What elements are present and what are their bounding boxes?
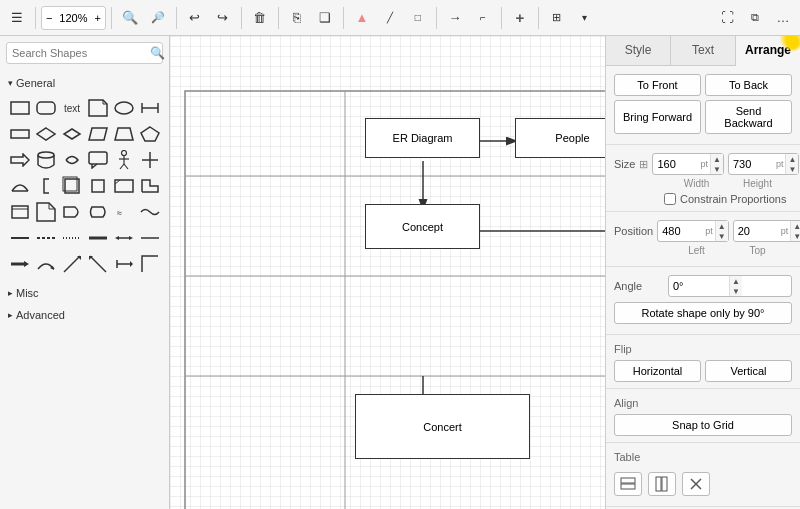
top-spinner[interactable]: ▲ ▼ bbox=[790, 221, 800, 241]
top-input-group[interactable]: pt ▲ ▼ bbox=[733, 220, 800, 242]
insert-btn[interactable]: + bbox=[507, 5, 533, 31]
height-spinner[interactable]: ▲ ▼ bbox=[785, 154, 798, 174]
redo-btn[interactable]: ↪ bbox=[210, 5, 236, 31]
delete-btn[interactable]: 🗑 bbox=[247, 5, 273, 31]
search-zoom-in-icon[interactable]: 🔍 bbox=[117, 5, 143, 31]
node-concert[interactable]: Concert bbox=[355, 394, 530, 459]
top-input[interactable] bbox=[734, 223, 779, 239]
sidebar-section-advanced-header[interactable]: ▸ Advanced bbox=[0, 306, 169, 324]
undo-btn[interactable]: ↩ bbox=[182, 5, 208, 31]
shape-half-ellipse[interactable] bbox=[8, 174, 32, 198]
shape-diagonal-arrow2[interactable] bbox=[86, 252, 110, 276]
shape-stickman[interactable] bbox=[112, 148, 136, 172]
angle-input[interactable] bbox=[669, 278, 729, 294]
shape-offpage[interactable]: ≈ bbox=[112, 200, 136, 224]
duplicate-btn[interactable]: ⎘ bbox=[284, 5, 310, 31]
tab-style[interactable]: Style bbox=[606, 36, 671, 65]
table-insert-col-btn[interactable] bbox=[648, 472, 676, 496]
flip-h-btn[interactable]: Horizontal bbox=[614, 360, 701, 382]
shape-bracket[interactable] bbox=[34, 174, 58, 198]
node-concept[interactable]: Concept bbox=[365, 204, 480, 249]
snap-grid-btn[interactable]: Snap to Grid bbox=[614, 414, 792, 436]
to-front-btn[interactable]: To Front bbox=[614, 74, 701, 96]
width-input-group[interactable]: pt ▲ ▼ bbox=[652, 153, 724, 175]
canvas-area[interactable]: ER Diagram People Concept Matter Procedu… bbox=[170, 36, 605, 509]
sidebar-section-misc-header[interactable]: ▸ Misc bbox=[0, 284, 169, 302]
shape-loop[interactable] bbox=[60, 148, 84, 172]
table-drop-btn[interactable]: ▾ bbox=[572, 5, 598, 31]
shape-diamond[interactable] bbox=[34, 122, 58, 146]
shape-trapezoid[interactable] bbox=[112, 122, 136, 146]
width-input[interactable] bbox=[653, 156, 698, 172]
shape-display[interactable] bbox=[86, 200, 110, 224]
shape-cross[interactable] bbox=[138, 148, 162, 172]
shape-no-arrow[interactable] bbox=[138, 226, 162, 250]
left-up-btn[interactable]: ▲ bbox=[716, 221, 728, 231]
shape-ellipse[interactable] bbox=[112, 96, 136, 120]
table-insert-row-btn[interactable] bbox=[614, 472, 642, 496]
top-down-btn[interactable]: ▼ bbox=[791, 231, 800, 241]
angle-spinner[interactable]: ▲ ▼ bbox=[729, 276, 742, 296]
copy-btn[interactable]: ❑ bbox=[312, 5, 338, 31]
shape-rect2[interactable] bbox=[60, 174, 84, 198]
table-btn[interactable]: ⊞ bbox=[544, 5, 570, 31]
shape-wave[interactable] bbox=[138, 200, 162, 224]
send-backward-btn[interactable]: Send Backward bbox=[705, 100, 792, 134]
shape-line[interactable] bbox=[8, 226, 32, 250]
tab-text[interactable]: Text bbox=[671, 36, 736, 65]
line-color-btn[interactable]: ╱ bbox=[377, 5, 403, 31]
zoom-control[interactable]: − 120% + bbox=[41, 6, 106, 30]
shape-unknown1[interactable] bbox=[138, 96, 162, 120]
shape-diagonal-arrow[interactable] bbox=[60, 252, 84, 276]
bring-forward-btn[interactable]: Bring Forward bbox=[614, 100, 701, 134]
shape-curved-arrow[interactable] bbox=[34, 252, 58, 276]
zoom-out-btn[interactable]: − bbox=[46, 12, 52, 24]
arrow-right-btn[interactable]: → bbox=[442, 5, 468, 31]
zoom-value[interactable]: 120% bbox=[54, 12, 92, 24]
shape-arrow-both[interactable] bbox=[112, 226, 136, 250]
search-box[interactable]: 🔍 bbox=[6, 42, 163, 64]
height-input-group[interactable]: pt ▲ ▼ bbox=[728, 153, 800, 175]
shape-dashed-line[interactable] bbox=[34, 226, 58, 250]
table-delete-btn[interactable] bbox=[682, 472, 710, 496]
shape-right-angle[interactable] bbox=[138, 252, 162, 276]
constrain-checkbox[interactable] bbox=[664, 193, 676, 205]
sidebar-section-general-header[interactable]: ▾ General bbox=[0, 74, 169, 92]
shadow-btn[interactable]: □ bbox=[405, 5, 431, 31]
shape-arrow-right[interactable] bbox=[8, 148, 32, 172]
shape-small-rect[interactable] bbox=[86, 174, 110, 198]
width-spinner[interactable]: ▲ ▼ bbox=[710, 154, 723, 174]
waypoint-btn[interactable]: ⌐ bbox=[470, 5, 496, 31]
to-back-btn[interactable]: To Back bbox=[705, 74, 792, 96]
top-up-btn[interactable]: ▲ bbox=[791, 221, 800, 231]
rotate-btn[interactable]: Rotate shape only by 90° bbox=[614, 302, 792, 324]
search-zoom-out-icon[interactable]: 🔎 bbox=[145, 5, 171, 31]
height-down-btn[interactable]: ▼ bbox=[786, 164, 798, 174]
menu-icon[interactable]: ☰ bbox=[4, 5, 30, 31]
height-input[interactable] bbox=[729, 156, 774, 172]
tab-arrange[interactable]: Arrange bbox=[736, 36, 800, 66]
shape-text[interactable]: text bbox=[60, 96, 84, 120]
shape-thick-line[interactable] bbox=[86, 226, 110, 250]
shape-doc[interactable] bbox=[34, 200, 58, 224]
shape-callout[interactable] bbox=[86, 148, 110, 172]
shape-note[interactable] bbox=[86, 96, 110, 120]
width-up-btn[interactable]: ▲ bbox=[711, 154, 723, 164]
left-input[interactable] bbox=[658, 223, 703, 239]
shape-step[interactable] bbox=[138, 174, 162, 198]
shape-process[interactable] bbox=[8, 122, 32, 146]
shape-double-arrow[interactable] bbox=[112, 252, 136, 276]
angle-up-btn[interactable]: ▲ bbox=[730, 276, 742, 286]
shape-data-store[interactable] bbox=[8, 200, 32, 224]
shape-label-box[interactable] bbox=[112, 174, 136, 198]
angle-input-group[interactable]: ▲ ▼ bbox=[668, 275, 792, 297]
left-input-group[interactable]: pt ▲ ▼ bbox=[657, 220, 729, 242]
shape-cylinder[interactable] bbox=[34, 148, 58, 172]
zoom-in-btn[interactable]: + bbox=[94, 12, 100, 24]
node-er-diagram[interactable]: ER Diagram bbox=[365, 118, 480, 158]
left-spinner[interactable]: ▲ ▼ bbox=[715, 221, 728, 241]
shape-delay[interactable] bbox=[60, 200, 84, 224]
fill-color-btn[interactable]: ▲ bbox=[349, 5, 375, 31]
shape-diamond2[interactable] bbox=[60, 122, 84, 146]
shape-thick-arrow[interactable] bbox=[8, 252, 32, 276]
